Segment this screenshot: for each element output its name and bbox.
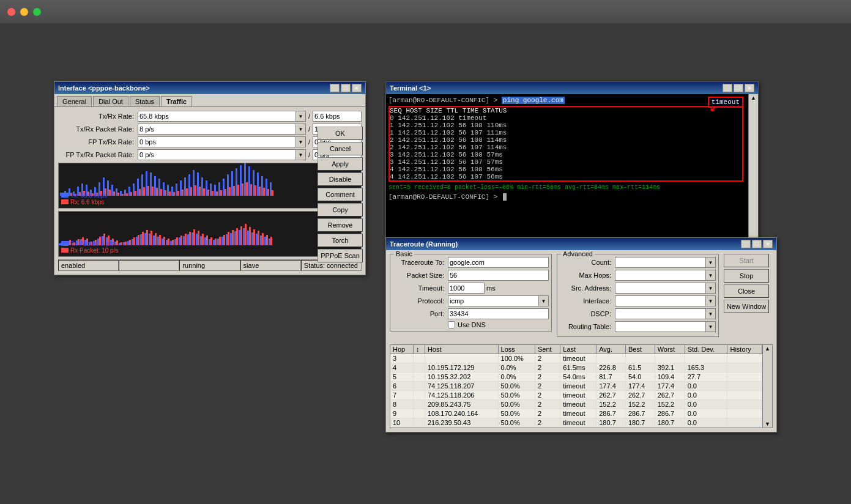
start-button[interactable]: Start	[724, 254, 769, 267]
protocol-label: Protocol:	[393, 297, 448, 305]
tr-minimize-icon[interactable]: _	[741, 240, 751, 248]
cell-arrow	[413, 391, 425, 400]
port-input[interactable]	[448, 308, 549, 319]
interface-window: Interface <pppoe-backbone> _ □ × General…	[54, 81, 366, 275]
minimize-icon[interactable]: _	[330, 84, 340, 92]
protocol-select[interactable]: icmp ▼	[448, 295, 549, 306]
ping-row-2: 1 142.251.12.102 56 107 111ms	[390, 129, 742, 136]
tr-maximize-icon[interactable]: □	[752, 240, 762, 248]
cell-best: 286.7	[625, 409, 655, 418]
dscp-row: DSCP: ▼	[560, 308, 716, 319]
routing-table-select[interactable]: ▼	[615, 321, 716, 332]
maximize-icon[interactable]: □	[341, 84, 351, 92]
cell-avg: 81.7	[596, 372, 626, 382]
txrx-rate-dropdown[interactable]: ▼	[296, 111, 306, 122]
fp-txrx-rate-input1[interactable]	[138, 136, 296, 147]
cell-host: 74.125.118.207	[425, 382, 498, 391]
cell-host: 10.195.172.129	[425, 363, 498, 372]
close-button[interactable]	[7, 8, 15, 16]
dscp-select[interactable]: ▼	[615, 308, 716, 319]
ok-button[interactable]: OK	[318, 127, 363, 140]
cell-history	[727, 391, 762, 400]
close-button-tr[interactable]: Close	[724, 284, 769, 298]
terminal-scrollbar[interactable]: ▲ ▼	[748, 94, 758, 247]
maximize-button[interactable]	[33, 8, 41, 16]
close-icon[interactable]: ×	[352, 84, 362, 92]
cell-history	[727, 418, 762, 428]
col-last: Last	[560, 345, 596, 354]
torch-button[interactable]: Torch	[318, 234, 363, 247]
txrx-rate-input1[interactable]	[138, 111, 296, 122]
cell-stddev: 0.0	[685, 400, 727, 409]
tab-general[interactable]: General	[57, 96, 92, 106]
comment-button[interactable]: Comment	[318, 188, 363, 201]
table-scrollbar[interactable]: ▲ ▼	[762, 345, 772, 428]
fp-txrx-packet-dropdown[interactable]: ▼	[296, 149, 306, 160]
max-hops-dropdown-arrow[interactable]: ▼	[705, 270, 715, 280]
cell-last: timeout	[560, 400, 596, 409]
interface-select[interactable]: ▼	[615, 295, 716, 306]
traceroute-window: Traceroute (Running) _ □ × Basic Tracero…	[385, 237, 777, 432]
cancel-button[interactable]: Cancel	[318, 142, 363, 155]
cell-stddev: 165.3	[685, 363, 727, 372]
legend-rx-packet: Rx Packet: 10 p/s	[61, 247, 118, 254]
protocol-dropdown-arrow[interactable]: ▼	[538, 296, 548, 306]
traceroute-to-input[interactable]	[448, 257, 549, 268]
tab-dialout[interactable]: Dial Out	[93, 96, 128, 106]
terminal-title: Terminal <1>	[390, 84, 431, 92]
cell-last: 61.5ms	[560, 363, 596, 372]
ping-summary: sent=5 received=8 packet-loss=-60% min-r…	[388, 184, 746, 191]
cell-arrow	[413, 372, 425, 382]
fp-txrx-rate-dropdown[interactable]: ▼	[296, 136, 306, 147]
src-address-select[interactable]: ▼	[615, 283, 716, 294]
timeout-input[interactable]	[448, 283, 485, 294]
table-scroll-up-icon[interactable]: ▲	[765, 346, 770, 352]
cell-worst: 152.2	[655, 400, 685, 409]
txrx-rate-input2[interactable]	[313, 111, 362, 122]
packet-size-input[interactable]	[448, 270, 549, 281]
cell-worst: 177.4	[655, 382, 685, 391]
terminal-close-icon[interactable]: ×	[745, 84, 754, 92]
count-select[interactable]: ▼	[615, 257, 716, 268]
table-row: 6 74.125.118.207 50.0% 2 timeout 177.4 1…	[390, 382, 762, 391]
minimize-button[interactable]	[20, 8, 28, 16]
tr-close-icon[interactable]: ×	[763, 240, 773, 248]
copy-button[interactable]: Copy	[318, 203, 363, 217]
disable-button[interactable]: Disable	[318, 172, 363, 186]
tab-status[interactable]: Status	[130, 96, 160, 106]
stop-button[interactable]: Stop	[724, 269, 769, 283]
terminal-minimize-icon[interactable]: _	[723, 84, 732, 92]
txrx-packet-dropdown[interactable]: ▼	[296, 124, 306, 135]
fp-txrx-packet-input1[interactable]	[138, 149, 296, 160]
cell-hop: 6	[390, 382, 413, 391]
cell-best: 177.4	[625, 382, 655, 391]
traceroute-table: Hop ↕ Host Loss Sent Last Avg. Best Wors…	[390, 345, 762, 428]
dscp-dropdown-arrow[interactable]: ▼	[705, 309, 715, 319]
traceroute-titlebar-buttons: _ □ ×	[741, 240, 773, 248]
count-dropdown-arrow[interactable]: ▼	[705, 258, 715, 267]
tab-traffic[interactable]: Traffic	[161, 96, 192, 106]
pppoe-scan-button[interactable]: PPPoE Scan	[318, 249, 363, 262]
routing-table-dropdown-arrow[interactable]: ▼	[705, 322, 715, 332]
new-window-button[interactable]: New Window	[724, 300, 769, 313]
interface-dropdown-arrow[interactable]: ▼	[705, 296, 715, 306]
terminal-maximize-icon[interactable]: □	[734, 84, 743, 92]
max-hops-select[interactable]: ▼	[615, 270, 716, 281]
cell-best: 152.2	[625, 400, 655, 409]
remove-button[interactable]: Remove	[318, 218, 363, 232]
cell-sent: 2	[535, 418, 560, 428]
use-dns-label: Use DNS	[458, 321, 486, 328]
table-scroll-down-icon[interactable]: ▼	[765, 421, 770, 427]
txrx-packet-input1[interactable]	[138, 124, 296, 135]
routing-table-row: Routing Table: ▼	[560, 321, 716, 332]
terminal-body[interactable]: [arman@RO-DEFAULT-CONFIC] > ping google.…	[386, 94, 748, 247]
count-label: Count:	[560, 259, 615, 266]
scroll-up-icon[interactable]: ▲	[751, 95, 756, 101]
src-address-dropdown-arrow[interactable]: ▼	[705, 283, 715, 293]
col-arrow[interactable]: ↕	[413, 345, 425, 354]
terminal-titlebar: Terminal <1> _ □ ×	[386, 82, 758, 94]
use-dns-checkbox[interactable]	[448, 321, 455, 328]
traceroute-to-row: Traceroute To:	[393, 257, 549, 268]
apply-button[interactable]: Apply	[318, 157, 363, 171]
bandwidth-chart: (function(){ var bars = ''; var txH = [5…	[58, 163, 362, 209]
